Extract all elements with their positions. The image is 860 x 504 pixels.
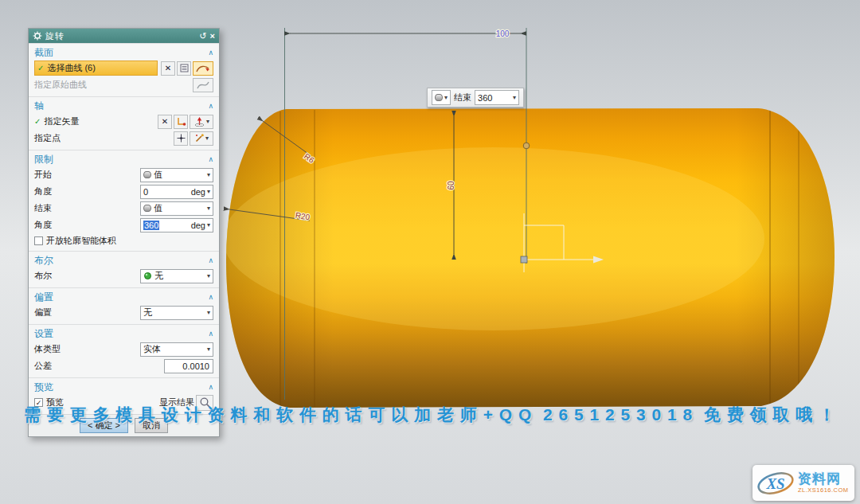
chevron-down-icon: ▾ [444,95,448,101]
start-angle-unit: deg [191,187,205,197]
chevron-down-icon: ▾ [513,95,516,101]
datum-axis-icon [176,116,186,127]
axis-group-header[interactable]: 轴 ∧ [34,99,213,113]
settings-group-header[interactable]: 设置 ∧ [34,326,213,341]
tolerance-value: 0.0010 [182,361,209,371]
settings-group: 设置 ∧ 体类型 实体 ▾ 公差 0.0010 [29,324,219,377]
select-curve-field[interactable]: ✓ 选择曲线 (6) [34,61,158,76]
boolean-label: 布尔 [34,270,52,282]
close-icon[interactable]: × [210,32,215,41]
preview-header-label: 预览 [34,381,53,394]
start-mode-combo[interactable]: 值 ▾ [140,168,213,182]
value-mode-icon [143,171,151,178]
dialog-title: 旋转 [45,30,196,42]
section-header-label: 截面 [34,46,53,60]
body-type-row: 体类型 实体 ▾ [34,341,213,357]
curve-icon [196,80,210,90]
boolean-value: 无 [154,270,205,282]
end-angle-inline-input[interactable]: 360 ▾ [475,90,519,105]
inferred-vector-button[interactable] [174,115,188,129]
section-group-header[interactable]: 截面 ∧ [34,45,213,60]
collapse-icon[interactable]: ∧ [208,256,213,264]
chevron-down-icon: ▾ [207,310,210,316]
offset-group-header[interactable]: 偏置 ∧ [34,290,213,304]
offset-row: 偏置 无 ▾ [34,304,213,321]
boolean-group-header[interactable]: 布尔 ∧ [34,253,213,268]
deselect-vector-button[interactable]: ✕ [158,115,172,129]
chevron-down-icon: ▾ [207,273,210,279]
end-angle-label: 角度 [34,219,52,231]
onscreen-input-toolbar: ▾ 结束 360 ▾ [427,88,524,107]
revolve-dialog: 旋转 ↺ × 截面 ∧ ✓ 选择曲线 (6) ✕ [28,28,220,437]
point-dialog-button[interactable]: ▾ [190,131,213,146]
limits-group-header[interactable]: 限制 ∧ [34,152,213,166]
chevron-down-icon: ▾ [207,346,210,353]
start-angle-input[interactable]: 0 deg ▾ [140,185,213,199]
specify-point-label: 指定点 [34,132,61,144]
body-type-label: 体类型 [34,343,61,355]
point-wand-icon [194,133,205,143]
boolean-header-label: 布尔 [34,254,53,268]
watermark-site-url: ZL.XS1616.COM [798,487,849,494]
end-angle-input[interactable]: 360 deg ▾ [140,218,213,232]
start-angle-row: 角度 0 deg ▾ [34,183,213,200]
boolean-combo[interactable]: 无 ▾ [140,269,213,283]
specify-vector-row: ✓ 指定矢量 ✕ [34,113,213,130]
tolerance-label: 公差 [34,360,52,372]
collapse-icon[interactable]: ∧ [208,293,213,301]
preview-group-header[interactable]: 预览 ∧ [34,380,213,394]
offset-group: 偏置 ∧ 偏置 无 ▾ [29,287,219,324]
end-mode-combo[interactable]: 值 ▾ [140,201,213,216]
boolean-row: 布尔 无 ▾ [34,268,213,284]
open-profile-checkbox[interactable] [34,236,43,245]
collapse-icon[interactable]: ∧ [208,49,213,57]
offset-combo[interactable]: 无 ▾ [140,306,213,320]
value-mode-icon [435,94,443,101]
dialog-titlebar[interactable]: 旋转 ↺ × [29,29,219,43]
collapse-icon[interactable]: ∧ [208,155,213,163]
axis-origin-handle[interactable] [521,256,527,263]
tolerance-input[interactable]: 0.0010 [164,359,213,373]
origin-curve-button[interactable] [193,78,213,92]
vector-arrow-icon [194,116,205,127]
chevron-down-icon: ▾ [207,172,210,178]
lasso-select-button[interactable] [193,61,213,76]
end-label: 结束 [454,92,471,104]
lasso-curve-icon [195,63,211,74]
dim-height-label[interactable]: 60 [447,181,455,190]
settings-header-label: 设置 [34,327,53,341]
axis-header-label: 轴 [34,100,44,113]
value-mode-icon [143,205,151,212]
offset-header-label: 偏置 [34,291,53,304]
end-angle-row: 角度 360 deg ▾ [34,217,213,233]
collapse-icon[interactable]: ∧ [208,330,213,338]
specify-vector-label: 指定矢量 [44,115,79,127]
collapse-icon[interactable]: ∧ [208,383,213,391]
vector-dialog-button[interactable]: ▾ [190,115,213,129]
limits-header-label: 限制 [34,153,53,166]
point-constructor-button[interactable] [174,131,188,146]
specify-origin-label: 指定原始曲线 [34,79,87,91]
application-window: 100 60 R6 R20 ▾ 结束 360 [0,0,860,504]
offset-value: 无 [143,307,205,318]
deselect-all-button[interactable]: ✕ [161,61,175,76]
specify-origin-row: 指定原始曲线 [34,76,213,93]
boolean-group: 布尔 ∧ 布尔 无 ▾ [29,251,219,287]
reset-icon[interactable]: ↺ [199,32,206,41]
dim-length-label[interactable]: 100 [496,29,510,38]
dimension-drag-handle[interactable] [523,143,530,149]
open-profile-row: 开放轮廓智能体积 [34,233,213,248]
end-label: 结束 [34,202,52,214]
select-curve-label: 选择曲线 (6) [47,62,96,74]
xs-logo-icon: XS [756,468,796,498]
body-type-value: 实体 [143,343,205,355]
limits-group: 限制 ∧ 开始 值 ▾ 角度 0 deg ▾ 结束 [29,150,219,251]
end-limit-mode-button[interactable]: ▾ [432,90,451,105]
body-type-combo[interactable]: 实体 ▾ [140,342,213,357]
watermark-badge: XS 资料网 ZL.XS1616.COM [752,465,854,501]
curve-list-button[interactable] [177,61,191,76]
collapse-icon[interactable]: ∧ [208,102,213,110]
end-angle-unit: deg [191,221,205,230]
end-mode-value: 值 [154,202,205,214]
start-mode-row: 开始 值 ▾ [34,166,213,183]
